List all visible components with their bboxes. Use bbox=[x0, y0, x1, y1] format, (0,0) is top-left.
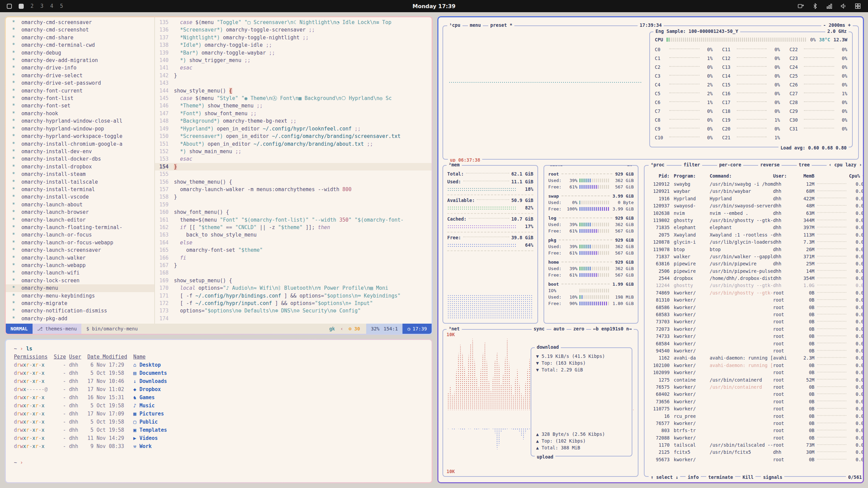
net-auto-button[interactable]: auto bbox=[551, 326, 567, 331]
diagnostics-count[interactable]: ⊙ 30 bbox=[349, 326, 360, 331]
code-line[interactable]: 148 *Background*) omarchy-theme-bg-next … bbox=[155, 117, 432, 125]
kill-button[interactable]: Kill bbox=[741, 474, 756, 480]
col-user[interactable]: User: bbox=[773, 173, 795, 179]
code-line[interactable]: 150 *Screensaver*) open_in_editor ~/.con… bbox=[155, 133, 432, 140]
file-item[interactable]: *omarchy-pkg-add bbox=[6, 315, 154, 322]
code-line[interactable]: 140 *) show_trigger_menu ;; bbox=[155, 57, 432, 64]
code-line[interactable]: 144show_style_menu() { bbox=[155, 87, 432, 95]
workspace-1-icon[interactable] bbox=[7, 4, 12, 9]
net-title[interactable]: ³net bbox=[447, 326, 462, 331]
workspace-4[interactable]: 4 bbox=[50, 3, 53, 9]
file-item[interactable]: *omarchy-cmd-screensaver bbox=[6, 19, 154, 26]
code-line[interactable]: 137 *Nightlight*) omarchy-toggle-nightli… bbox=[155, 34, 432, 41]
mem-title[interactable]: ²mem bbox=[447, 162, 462, 167]
workspace-2[interactable]: 2 bbox=[31, 3, 34, 9]
file-item[interactable]: *omarchy-hyprland-window-close-all bbox=[6, 117, 154, 125]
process-row[interactable]: 120878glycin-i/usr/lib/glycin-loadersdhh… bbox=[649, 239, 863, 246]
disks-title[interactable]: disks bbox=[548, 165, 565, 167]
process-row[interactable]: 68583kworker/root0B0.0 bbox=[649, 311, 863, 318]
col-memb[interactable]: MemB bbox=[795, 173, 814, 179]
code-line[interactable]: 143 bbox=[155, 79, 432, 87]
code-line[interactable]: 153 esac bbox=[155, 155, 432, 163]
col-pid[interactable]: Pid: bbox=[649, 173, 674, 179]
process-row[interactable]: 102099kworker/root0B0.0 bbox=[649, 369, 863, 376]
file-item[interactable]: *omarchy-launch-walker bbox=[6, 254, 154, 262]
volume-icon[interactable] bbox=[840, 3, 847, 9]
process-row[interactable]: 72073kworker/root0B0.0 bbox=[649, 326, 863, 333]
file-item[interactable]: *omarchy-menu bbox=[6, 284, 154, 292]
file-item[interactable]: *omarchy-cmd-screenshot bbox=[6, 26, 154, 34]
process-row[interactable]: 120912swaybg/usr/bin/swaybg -i /homdhh12… bbox=[649, 181, 863, 188]
process-row[interactable]: 110775kworker/root0B0.0 bbox=[649, 405, 863, 412]
process-row[interactable]: 71837walker/usr/bin/walker --gappldhh371… bbox=[649, 253, 863, 260]
file-item[interactable]: *omarchy-launch-webapp bbox=[6, 262, 154, 269]
file-item[interactable]: *omarchy-install-vscode bbox=[6, 193, 154, 201]
net-interface-selector[interactable]: ←b enp191s0 n→ bbox=[591, 326, 634, 331]
file-item[interactable]: *omarchy-drive-set-password bbox=[6, 79, 154, 87]
tab-cpu[interactable]: ¹cpu bbox=[447, 22, 462, 28]
process-row[interactable]: 72088kworker/root0B0.0 bbox=[649, 434, 863, 442]
process-row[interactable]: 2125fcitx5/usr/bin/fcitx5dhh30M0.0 bbox=[649, 449, 863, 456]
per-core-toggle[interactable]: per-core bbox=[717, 162, 743, 167]
file-item[interactable]: *omarchy-font-current bbox=[6, 87, 154, 95]
signal-icon[interactable] bbox=[826, 3, 833, 9]
file-item[interactable]: *omarchy-install-dropbox bbox=[6, 163, 154, 170]
process-row[interactable]: 74733kworker/root0B0.0 bbox=[649, 333, 863, 340]
code-line[interactable]: 136 *Screensaver*) omarchy-toggle-screen… bbox=[155, 26, 432, 34]
code-line[interactable]: 160show_font_menu() { bbox=[155, 208, 432, 216]
file-item[interactable]: *omarchy-hook bbox=[6, 110, 154, 117]
process-row[interactable]: 95673kworker/root0B0.0 bbox=[649, 456, 863, 463]
process-row[interactable]: 16rcu_preeroot0B0.0 bbox=[649, 413, 863, 420]
file-item[interactable]: *omarchy-hyprland-window-pop bbox=[6, 125, 154, 133]
file-item[interactable]: *omarchy-launch-editor bbox=[6, 216, 154, 224]
code-line[interactable]: 159 bbox=[155, 201, 432, 208]
process-row[interactable]: 12244ghostty/usr/bin/ghostty --gtk-dhh1.… bbox=[649, 282, 863, 289]
code-line[interactable]: 163 back_to show_style_menu bbox=[155, 231, 432, 239]
code-line[interactable]: 174 bbox=[155, 315, 432, 322]
file-item[interactable]: *omarchy-notification-dismiss bbox=[6, 307, 154, 314]
code-line[interactable]: 135 case $(menu "Toggle" "▢ Screensaver\… bbox=[155, 19, 432, 26]
file-item[interactable]: *omarchy-cmd-share bbox=[6, 34, 154, 41]
terminate-button[interactable]: terminate bbox=[706, 474, 735, 480]
file-item[interactable]: *omarchy-launch-about bbox=[6, 201, 154, 208]
col-command[interactable]: Command: bbox=[710, 173, 773, 179]
process-row[interactable]: 119802ghostty/usr/bin/ghostty --gtk-dhh3… bbox=[649, 217, 863, 224]
file-item[interactable]: *omarchy-font-set bbox=[6, 102, 154, 109]
workspace-5[interactable]: 5 bbox=[60, 3, 63, 9]
process-row[interactable]: 73656kworker/root0B0.0 bbox=[649, 398, 863, 405]
process-row[interactable]: 102100kworker/avahi-daemon: running [roo… bbox=[649, 362, 863, 369]
process-row[interactable]: 73703kworker/root0B0.0 bbox=[649, 318, 863, 325]
code-line[interactable]: 145 case $(menu "Style" "◉ Theme\nⒶ Font… bbox=[155, 95, 432, 102]
code-line[interactable]: 173 options="$options\n⚙ Defaults\n⊕ DNS… bbox=[155, 307, 432, 314]
file-item[interactable]: *omarchy-font-list bbox=[6, 95, 154, 102]
file-item[interactable]: *omarchy-install-steam bbox=[6, 170, 154, 178]
sort-selector[interactable]: ‹ cpu lazy › bbox=[827, 162, 863, 167]
process-row[interactable]: 76577kworker/root0B0.0 bbox=[649, 420, 863, 427]
process-row[interactable]: 120937swayosd-/usr/bin/swayosd-serverdhh… bbox=[649, 202, 863, 209]
file-item[interactable]: *omarchy-install-dev-env bbox=[6, 148, 154, 155]
scroll-up-icon[interactable]: ↑ bbox=[862, 173, 863, 179]
code-line[interactable]: 141 esac bbox=[155, 64, 432, 72]
bluetooth-icon[interactable] bbox=[812, 3, 818, 9]
code-line[interactable]: 146 *Theme*) show_theme_menu ;; bbox=[155, 102, 432, 109]
proc-title[interactable]: ⁴proc bbox=[649, 162, 667, 167]
code-line[interactable]: 158} bbox=[155, 193, 432, 201]
code-line[interactable]: 139 *Bar*) omarchy-toggle-waybar ;; bbox=[155, 49, 432, 57]
process-row[interactable]: 2506pipewire/usr/bin/pipewire-pulsedhh14… bbox=[649, 268, 863, 275]
process-row[interactable]: 2075XwaylandXwayland :1 -rootless -dhh11… bbox=[649, 231, 863, 239]
info-button[interactable]: info bbox=[686, 474, 701, 480]
code-line[interactable]: 165 omarchy-font-set "$theme" bbox=[155, 246, 432, 254]
code-line[interactable]: 138 *Idle*) omarchy-toggle-idle ;; bbox=[155, 41, 432, 49]
process-row[interactable]: 68402kworker/root0B0.0 bbox=[649, 391, 863, 398]
file-item[interactable]: *omarchy-launch-floating-terminal- bbox=[6, 224, 154, 231]
process-row[interactable]: 1162avahi-daavahi-daemon: running [avahi… bbox=[649, 354, 863, 362]
col-cpu[interactable]: Cpu%↑ bbox=[849, 173, 863, 179]
file-item[interactable]: *omarchy-menu-keybindings bbox=[6, 292, 154, 300]
file-item[interactable]: *omarchy-install-docker-dbs bbox=[6, 155, 154, 163]
code-line[interactable]: 161 theme=$(menu "Font" "$(omarchy-font-… bbox=[155, 216, 432, 224]
file-item[interactable]: *omarchy-launch-or-focus-webapp bbox=[6, 239, 154, 246]
apps-grid-icon[interactable] bbox=[854, 3, 861, 9]
code-line[interactable]: 152 *) show_main_menu ;; bbox=[155, 148, 432, 155]
reverse-toggle[interactable]: reverse bbox=[758, 162, 782, 167]
file-item[interactable]: *omarchy-launch-screensaver bbox=[6, 246, 154, 254]
